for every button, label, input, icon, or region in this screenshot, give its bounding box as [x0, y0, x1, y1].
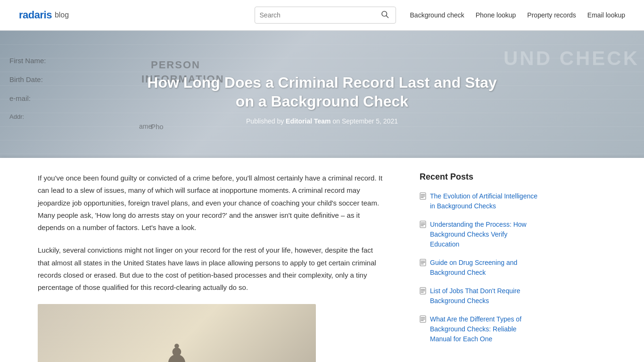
- form-label-addr: Addr:: [9, 113, 24, 120]
- search-icon: [380, 10, 389, 18]
- nav-email-lookup[interactable]: Email lookup: [587, 11, 625, 19]
- post-document-icon: [420, 221, 426, 230]
- recent-post-item[interactable]: Guide on Drug Screening and Background C…: [420, 258, 537, 278]
- svg-line-1: [386, 16, 388, 17]
- recent-post-item[interactable]: The Evolution of Artificial Intelligence…: [420, 191, 537, 211]
- recent-post-item[interactable]: Understanding the Process: How Backgroun…: [420, 220, 537, 249]
- post-document-icon: [420, 287, 426, 296]
- post-link-1[interactable]: Understanding the Process: How Backgroun…: [430, 220, 537, 249]
- logo-brand[interactable]: radaris: [19, 9, 52, 21]
- logo-suffix: blog: [55, 11, 69, 19]
- meta-author: Editorial Team: [286, 117, 330, 125]
- nav-property-records[interactable]: Property records: [527, 11, 576, 19]
- recent-post-item[interactable]: List of Jobs That Don't Require Backgrou…: [420, 286, 537, 306]
- search-input[interactable]: [260, 11, 379, 19]
- article-paragraph-2: Luckily, several convictions might not l…: [38, 244, 387, 294]
- main-nav: Background check Phone lookup Property r…: [410, 11, 625, 19]
- sidebar: Recent Posts The Evolution of Artificial…: [410, 158, 552, 362]
- recent-post-item[interactable]: What Are the Different Types of Backgrou…: [420, 314, 537, 344]
- content-card: If you've once been found guilty or conv…: [0, 158, 644, 362]
- search-button[interactable]: [379, 10, 391, 20]
- search-bar: [255, 7, 396, 24]
- form-label-firstname: First Name:: [9, 57, 46, 65]
- post-document-icon: [420, 192, 426, 201]
- recent-posts-list: The Evolution of Artificial Intelligence…: [420, 191, 537, 344]
- post-link-0[interactable]: The Evolution of Artificial Intelligence…: [430, 191, 537, 211]
- article-meta: Published by Editorial Team on September…: [138, 117, 506, 125]
- form-label-email: e-mail:: [9, 94, 31, 102]
- sidebar-title: Recent Posts: [420, 172, 537, 182]
- meta-date-prefix: on: [332, 117, 340, 125]
- hero-text-block: How Long Does a Criminal Record Last and…: [110, 64, 534, 134]
- chess-piece-icon: ♟: [164, 330, 190, 362]
- nav-background-check[interactable]: Background check: [410, 11, 464, 19]
- site-header: radaris blog Background check Phone look…: [0, 0, 644, 31]
- article-body: If you've once been found guilty or conv…: [38, 172, 387, 362]
- article-image: ♟: [38, 304, 316, 362]
- main-container: If you've once been found guilty or conv…: [0, 158, 644, 362]
- article-title: How Long Does a Criminal Record Last and…: [138, 73, 506, 111]
- logo-area: radaris blog: [19, 9, 69, 21]
- meta-date: September 5, 2021: [342, 117, 398, 125]
- post-link-2[interactable]: Guide on Drug Screening and Background C…: [430, 258, 537, 278]
- hero-banner: First Name: Birth Date: e-mail: Addr: PE…: [0, 31, 644, 167]
- nav-phone-lookup[interactable]: Phone lookup: [476, 11, 516, 19]
- form-label-birthdate: Birth Date:: [9, 75, 43, 83]
- post-link-3[interactable]: List of Jobs That Don't Require Backgrou…: [430, 286, 537, 306]
- post-link-4[interactable]: What Are the Different Types of Backgrou…: [430, 314, 537, 344]
- article-area: If you've once been found guilty or conv…: [0, 158, 410, 362]
- post-document-icon: [420, 259, 426, 268]
- article-paragraph-1: If you've once been found guilty or conv…: [38, 172, 387, 234]
- meta-prefix: Published by: [246, 117, 284, 125]
- post-document-icon: [420, 315, 426, 324]
